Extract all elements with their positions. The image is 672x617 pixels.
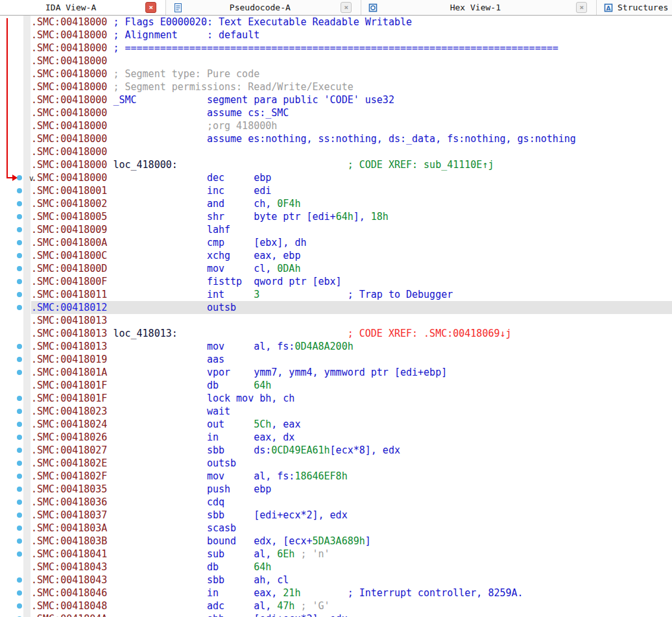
disasm-row[interactable]: .SMC:0041800D mov cl, 0DAh [0,262,672,275]
nav-dot-icon [17,214,22,219]
disasm-row[interactable]: .SMC:00418043 sbb ah, cl [0,574,672,587]
disasm-row[interactable]: .SMC:00418012 outsb [0,301,672,314]
disasm-row[interactable]: .SMC:00418000 ; Segment type: Pure code [0,67,672,80]
code-segment: ; Flags E0000020: Text Executable Readab… [113,16,412,28]
row-margin [0,366,31,379]
code-segment: ymm7, ymm4, ymmword ptr [edi+ebp] [254,367,447,378]
ida-window: IDA View-A × Pseudocode-A × [0,0,672,617]
row-margin [0,119,31,132]
code-segment: byte ptr [edi+ [254,211,335,223]
disasm-row[interactable]: .SMC:00418013 loc_418013: ; CODE XREF: .… [0,327,672,340]
disasm-row[interactable]: .SMC:0041800C xchg eax, ebp [0,249,672,262]
code-line: .SMC:0041800D mov cl, 0DAh [31,262,672,275]
nav-dot-icon [17,409,22,414]
code-segment: eax, ebp [254,250,300,261]
disasm-row[interactable]: .SMC:0041801F lock mov bh, ch [0,392,672,405]
code-segment: ; CODE XREF: .SMC:00418069↓j [348,328,512,339]
row-margin [0,535,31,548]
disasm-row[interactable]: .SMC:00418013 [0,314,672,327]
disasm-row[interactable]: .SMC:00418027 sbb ds:0CD49EA61h[ecx*8], … [0,444,672,457]
tab-ida-view-a[interactable]: IDA View-A × [0,0,166,15]
code-line: .SMC:00418000 ; Segment permissions: Rea… [31,80,672,93]
disasm-row[interactable]: .SMC:00418011 int 3 ; Trap to Debugger [0,288,672,301]
disasm-row[interactable]: .SMC:00418000 ; Alignment : default [0,29,672,42]
nav-dot-icon [17,188,22,193]
disasm-row[interactable]: .SMC:0041803B bound edx, [ecx+5DA3A689h] [0,535,672,548]
code-segment: 3 [254,289,259,300]
disasm-row[interactable]: .SMC:00418009 lahf [0,223,672,236]
disasm-row[interactable]: .SMC:00418000 dec ebp∨ [0,171,672,184]
disasm-row[interactable]: .SMC:0041801F db 64h [0,379,672,392]
code-line: .SMC:00418035 push ebp [31,483,672,496]
code-segment: db [207,561,219,573]
code-segment: scasb [207,522,236,534]
code-line: .SMC:00418000 loc_418000: ; CODE XREF: s… [31,158,672,171]
disasm-row[interactable]: .SMC:0041800A cmp [ebx], dh [0,236,672,249]
row-margin [0,275,31,288]
code-line: .SMC:00418043 db 64h [31,561,672,574]
jump-flow-line [6,177,12,178]
code-line: .SMC:0041800F fisttp qword ptr [ebx] [31,275,672,288]
disasm-row[interactable]: .SMC:0041800F fisttp qword ptr [ebx] [0,275,672,288]
code-segment: outsb [207,457,236,469]
disasm-row[interactable]: .SMC:00418000 assume cs:_SMC [0,106,672,119]
code-segment: lock mov bh, ch [207,393,294,404]
disasm-row[interactable]: .SMC:00418041 sub al, 6Eh ; 'n' [0,548,672,561]
address: .SMC:00418009 [31,224,107,236]
disasm-row[interactable]: .SMC:00418000 _SMC segment para public '… [0,93,672,106]
svg-text:A: A [606,5,611,11]
row-margin [0,223,31,236]
disassembly-listing[interactable]: .SMC:00418000 ; Flags E0000020: Text Exe… [0,16,672,617]
collapse-chevron-icon[interactable]: ∨ [29,172,34,185]
disasm-row[interactable]: .SMC:0041802E outsb [0,457,672,470]
disasm-row[interactable]: .SMC:0041801A vpor ymm7, ymm4, ymmword p… [0,366,672,379]
disasm-row[interactable]: .SMC:00418000 [0,145,672,158]
address: .SMC:0041802E [31,457,107,469]
nav-dot-icon [17,435,22,440]
disasm-row[interactable]: .SMC:00418036 cdq [0,496,672,509]
disasm-row[interactable]: .SMC:00418019 aas [0,353,672,366]
tab-hex-view-1[interactable]: Hex View-1 × [361,0,597,15]
disasm-row[interactable]: .SMC:00418000 ; ========================… [0,42,672,54]
disasm-row[interactable]: .SMC:00418005 shr byte ptr [edi+64h], 18… [0,210,672,223]
disasm-row[interactable]: .SMC:00418037 sbb [edi+ecx*2], edx [0,509,672,522]
nav-dot-icon [17,292,22,297]
disasm-row[interactable]: .SMC:00418000 loc_418000: ; CODE XREF: s… [0,158,672,171]
tab-pseudocode-a[interactable]: Pseudocode-A × [166,0,361,15]
disasm-row[interactable]: .SMC:0041803A scasb [0,522,672,535]
disasm-row[interactable]: .SMC:00418046 in eax, 21h ; Interrupt co… [0,587,672,599]
tab-structures[interactable]: A Structures [597,0,672,15]
structures-icon: A [603,3,614,13]
disasm-row[interactable]: .SMC:00418000 ;org 418000h [0,119,672,132]
code-segment: _SMC [113,94,136,106]
code-line: .SMC:0041802F mov al, fs:18646EF8h [31,470,672,483]
disasm-row[interactable]: .SMC:0041804A sbb [edi+ecx*2], edx [0,612,672,617]
disasm-row[interactable]: .SMC:00418000 [0,54,672,67]
pseudocode-icon [173,3,183,13]
code-line: .SMC:00418002 and ch, 0F4h [31,197,672,210]
row-margin [0,612,31,617]
code-segment: in [207,587,219,599]
disasm-row[interactable]: .SMC:00418035 push ebp [0,483,672,496]
close-icon[interactable]: × [576,2,587,13]
disasm-row[interactable]: .SMC:00418013 mov al, fs:0D4A8A200h [0,340,672,353]
close-icon[interactable]: × [145,2,156,13]
disasm-row[interactable]: .SMC:00418000 ; Flags E0000020: Text Exe… [0,16,672,29]
disasm-row[interactable]: .SMC:00418043 db 64h [0,561,672,574]
code-segment: eax, [254,587,283,599]
code-line: .SMC:00418000 [31,145,672,158]
disasm-row[interactable]: .SMC:0041802F mov al, fs:18646EF8h [0,470,672,483]
disasm-row[interactable]: .SMC:00418023 wait [0,405,672,418]
address: .SMC:00418013 [31,315,107,326]
disasm-row[interactable]: .SMC:00418048 adc al, 47h ; 'G' [0,599,672,612]
disasm-row[interactable]: .SMC:00418002 and ch, 0F4h [0,197,672,210]
disasm-row[interactable]: .SMC:00418000 assume es:nothing, ss:noth… [0,132,672,145]
close-icon[interactable]: × [341,2,352,13]
code-segment: 0DAh [277,263,300,274]
disasm-row[interactable]: .SMC:00418026 in eax, dx [0,431,672,444]
row-margin [0,405,31,418]
code-segment: mov [207,341,224,352]
disasm-row[interactable]: .SMC:00418000 ; Segment permissions: Rea… [0,80,672,93]
disasm-row[interactable]: .SMC:00418024 out 5Ch, eax [0,418,672,431]
disasm-row[interactable]: .SMC:00418001 inc edi [0,184,672,197]
